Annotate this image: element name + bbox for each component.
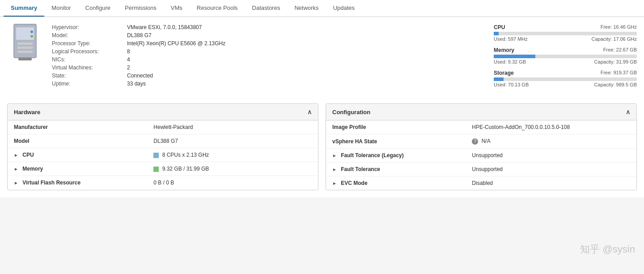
storage-name: Storage [494, 70, 514, 76]
svg-rect-6 [17, 51, 33, 53]
logical-processors-label: Logical Processors: [52, 48, 123, 55]
evc-expand-icon[interactable]: ► [332, 181, 337, 186]
manufacturer-label: Manufacturer [8, 120, 147, 134]
question-icon: ? [472, 138, 478, 145]
vfr-value: 0 B / 0 B [147, 176, 318, 190]
tab-summary[interactable]: Summary [4, 0, 44, 17]
table-row: ► Memory 9.32 GB / 31.99 GB [8, 162, 318, 176]
host-icon [7, 24, 43, 60]
state-value: Connected [127, 73, 485, 79]
image-profile-value: HPE-Custom-AddOn_700.0.0.10.5.0-108 [466, 120, 636, 134]
cpu-color-square [153, 153, 159, 158]
configuration-table: Image Profile HPE-Custom-AddOn_700.0.0.1… [326, 120, 636, 190]
memory-hw-value: 9.32 GB / 31.99 GB [147, 162, 318, 176]
storage-resource: Storage Free: 919.37 GB Used: 70.13 GB C… [494, 70, 637, 87]
hardware-collapse-icon[interactable]: ∧ [307, 108, 312, 116]
cpu-bar-track [494, 32, 637, 35]
table-row: ► Virtual Flash Resource 0 B / 0 B [8, 176, 318, 190]
svg-point-2 [30, 30, 33, 33]
table-row: ► CPU 8 CPUs x 2.13 GHz [8, 148, 318, 162]
nics-value: 4 [127, 56, 485, 63]
storage-used: Used: 70.13 GB [494, 82, 529, 87]
cpu-capacity: Capacity: 17.06 GHz [592, 36, 637, 42]
memory-expand-icon[interactable]: ► [14, 167, 18, 171]
model-value: DL388 G7 [127, 32, 485, 39]
table-row: Manufacturer Hewlett-Packard [8, 120, 318, 134]
svg-rect-1 [16, 27, 34, 40]
table-row: Model DL388 G7 [8, 134, 318, 148]
memory-capacity: Capacity: 31.99 GB [594, 59, 637, 64]
cpu-label: ► CPU [8, 148, 147, 162]
cpu-resource: CPU Free: 16.46 GHz Used: 597 MHz Capaci… [494, 24, 637, 42]
ft-legacy-expand-icon[interactable]: ► [332, 153, 337, 158]
cpu-name: CPU [494, 24, 505, 30]
logical-processors-value: 8 [127, 48, 485, 55]
memory-used: Used: 9.32 GB [494, 59, 526, 64]
tab-datastores[interactable]: Datastores [245, 0, 288, 17]
evc-label: ► EVC Mode [326, 176, 466, 190]
vfr-expand-icon[interactable]: ► [14, 180, 18, 185]
summary-top: Hypervisor: VMware ESXi, 7.0.0, 15843807… [7, 24, 637, 93]
processor-type-value: Intel(R) Xeon(R) CPU E5606 @ 2.13GHz [127, 40, 485, 47]
memory-resource: Memory Free: 22.67 GB Used: 9.32 GB Capa… [494, 47, 637, 64]
hardware-card-header: Hardware ∧ [8, 104, 318, 120]
processor-type-label: Processor Type: [52, 40, 123, 47]
memory-color-square [153, 167, 159, 172]
ft-label: ► Fault Tolerance [326, 163, 466, 176]
tab-configure[interactable]: Configure [78, 0, 118, 17]
storage-free: Free: 919.37 GB [601, 70, 637, 76]
tab-bar: SummaryMonitorConfigurePermissionsVMsRes… [0, 0, 644, 17]
host-info: Hypervisor: VMware ESXi, 7.0.0, 15843807… [52, 24, 485, 93]
ft-value: Unsupported [466, 163, 636, 176]
table-row: ► Fault Tolerance (Legacy) Unsupported [326, 149, 636, 163]
virtual-machines-value: 2 [127, 64, 485, 71]
configuration-collapse-icon[interactable]: ∧ [626, 108, 630, 116]
svg-point-3 [30, 35, 33, 38]
hardware-table: Manufacturer Hewlett-Packard Model DL388… [8, 120, 318, 189]
tab-permissions[interactable]: Permissions [118, 0, 164, 17]
tab-resource-pools[interactable]: Resource Pools [190, 0, 245, 17]
nics-label: NICs: [52, 56, 123, 63]
memory-bar-track [494, 55, 637, 58]
tab-vms[interactable]: VMs [164, 0, 190, 17]
main-content: Hypervisor: VMware ESXi, 7.0.0, 15843807… [0, 17, 644, 197]
configuration-card-header: Configuration ∧ [326, 104, 636, 120]
storage-bar-track [494, 77, 637, 81]
ft-legacy-label: ► Fault Tolerance (Legacy) [326, 149, 466, 163]
cpu-free: Free: 16.46 GHz [601, 24, 637, 30]
hardware-title: Hardware [14, 109, 40, 116]
storage-bar-fill [494, 77, 504, 81]
configuration-title: Configuration [332, 109, 370, 116]
svg-rect-7 [18, 58, 32, 60]
cpu-bar-fill [494, 32, 499, 35]
state-label: State: [52, 73, 123, 79]
table-row: ► Fault Tolerance Unsupported [326, 163, 636, 176]
tab-monitor[interactable]: Monitor [44, 0, 78, 17]
memory-free: Free: 22.67 GB [603, 47, 637, 53]
virtual-machines-label: Virtual Machines: [52, 64, 123, 71]
storage-capacity: Capacity: 989.5 GB [594, 82, 637, 87]
hypervisor-label: Hypervisor: [52, 24, 123, 30]
hypervisor-value: VMware ESXi, 7.0.0, 15843807 [127, 24, 485, 30]
tab-updates[interactable]: Updates [326, 0, 362, 17]
table-row: Image Profile HPE-Custom-AddOn_700.0.0.1… [326, 120, 636, 134]
ft-legacy-value: Unsupported [466, 149, 636, 163]
vsphere-ha-label: vSphere HA State [326, 134, 466, 149]
memory-hw-label: ► Memory [8, 162, 147, 176]
tab-networks[interactable]: Networks [287, 0, 326, 17]
cpu-used: Used: 597 MHz [494, 36, 528, 42]
ft-expand-icon[interactable]: ► [332, 167, 337, 172]
manufacturer-value: Hewlett-Packard [147, 120, 318, 134]
image-profile-label: Image Profile [326, 120, 466, 134]
memory-bar-fill [494, 55, 535, 58]
svg-rect-4 [17, 43, 33, 45]
vsphere-ha-value: ? N/A [466, 134, 636, 149]
cards-row: Hardware ∧ Manufacturer Hewlett-Packard … [7, 103, 637, 190]
model-label: Model [8, 134, 147, 148]
resource-bars: CPU Free: 16.46 GHz Used: 597 MHz Capaci… [494, 24, 637, 93]
cpu-expand-icon[interactable]: ► [14, 153, 18, 158]
svg-rect-5 [17, 47, 33, 49]
uptime-label: Uptime: [52, 81, 123, 87]
configuration-card: Configuration ∧ Image Profile HPE-Custom… [326, 103, 637, 190]
table-row: ► EVC Mode Disabled [326, 176, 636, 190]
